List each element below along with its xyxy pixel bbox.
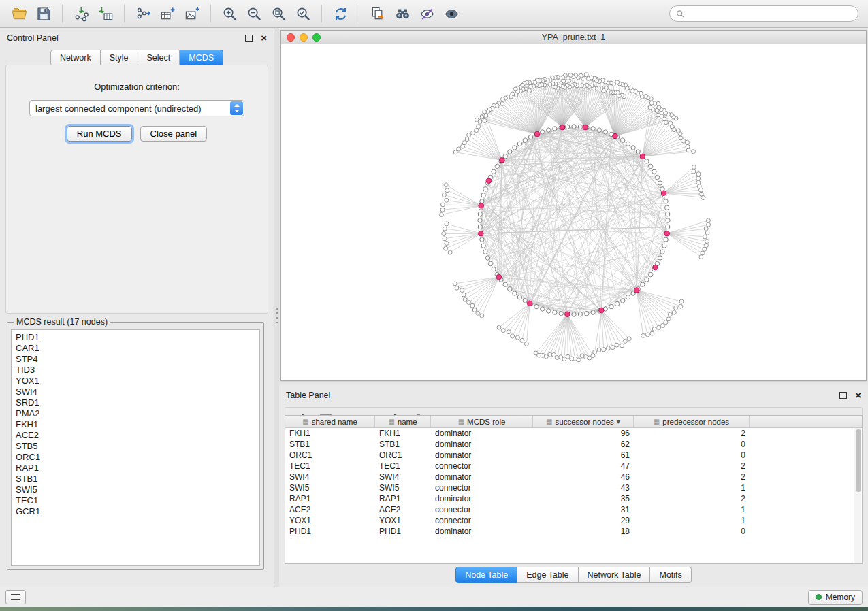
close-panel-button[interactable]: Close panel	[140, 126, 208, 142]
new-table-icon[interactable]	[155, 3, 180, 24]
cell-MCDS-role: dominator	[431, 527, 533, 536]
cell-name: TEC1	[375, 461, 431, 471]
cell-predecessor-nodes: 0	[634, 440, 750, 449]
mcds-result-item[interactable]: SWI5	[16, 484, 259, 495]
tab-node-table[interactable]: Node Table	[455, 567, 517, 583]
optimization-dropdown[interactable]: largest connected component (undirected)	[29, 100, 244, 116]
table-row[interactable]: PHD1PHD1dominator180	[285, 526, 854, 537]
cell-name: SWI5	[375, 483, 431, 493]
table-close-panel-icon[interactable]: ×	[855, 392, 861, 399]
cell-shared-name: PHD1	[285, 527, 375, 536]
table-body: FKH1FKH1dominator962STB1STB1dominator620…	[285, 428, 854, 563]
mcds-result-item[interactable]: STB1	[16, 474, 259, 484]
export-image-icon[interactable]	[180, 3, 204, 24]
table-row[interactable]: ORC1ORC1dominator610	[285, 450, 854, 461]
cell-name: STB1	[375, 440, 431, 449]
cell-successor-nodes: 62	[533, 440, 634, 449]
scrollbar-thumb[interactable]	[856, 429, 861, 492]
cell-successor-nodes: 35	[533, 494, 634, 503]
cell-shared-name: ACE2	[285, 505, 375, 514]
apply-style-icon[interactable]	[415, 3, 439, 24]
column-header-successor-nodes[interactable]: ▦successor nodes▾	[533, 416, 634, 427]
mcds-result-item[interactable]: SRD1	[16, 397, 259, 408]
tab-network[interactable]: Network	[50, 50, 101, 66]
vertical-splitter[interactable]	[274, 28, 279, 587]
zoom-in-icon[interactable]	[217, 3, 242, 24]
search-input[interactable]	[689, 8, 852, 19]
cell-successor-nodes: 46	[533, 472, 634, 482]
mcds-result-item[interactable]: STP4	[16, 354, 259, 365]
optimization-label: Optimization criterion:	[6, 82, 268, 92]
tab-motifs[interactable]: Motifs	[650, 567, 691, 583]
cell-MCDS-role: dominator	[431, 450, 533, 460]
mcds-result-item[interactable]: PMA2	[16, 408, 259, 419]
network-canvas[interactable]	[281, 45, 866, 380]
tab-style[interactable]: Style	[101, 50, 138, 66]
table-row[interactable]: STB1STB1dominator620	[285, 439, 854, 450]
cell-name: SWI4	[375, 472, 431, 482]
zoom-out-icon[interactable]	[242, 3, 266, 24]
table-row[interactable]: TEC1TEC1connector472	[285, 461, 854, 472]
tab-network-table[interactable]: Network Table	[579, 567, 651, 583]
close-panel-icon[interactable]: ×	[261, 35, 267, 42]
control-panel-title: Control Panel	[7, 33, 245, 43]
search-box[interactable]	[669, 5, 858, 22]
cell-predecessor-nodes: 0	[634, 450, 750, 460]
mcds-result-item[interactable]: FKH1	[16, 419, 259, 430]
refresh-icon[interactable]	[328, 3, 353, 24]
mcds-result-list[interactable]: PHD1CAR1STP4TID3YOX1SWI4SRD1PMA2FKH1ACE2…	[11, 329, 260, 566]
tab-edge-table[interactable]: Edge Table	[517, 567, 578, 583]
mcds-result-item[interactable]: PHD1	[16, 332, 259, 343]
mcds-result-item[interactable]: STB5	[16, 441, 259, 452]
tab-select[interactable]: Select	[138, 50, 180, 66]
table-row[interactable]: FKH1FKH1dominator962	[285, 428, 854, 439]
mcds-result-item[interactable]: RAP1	[16, 463, 259, 474]
network-graph[interactable]	[281, 45, 866, 380]
mcds-result-item[interactable]: CAR1	[16, 343, 259, 354]
table-row[interactable]: ACE2ACE2connector311	[285, 504, 854, 515]
show-graphics-details-icon[interactable]	[439, 3, 464, 24]
mcds-result-item[interactable]: SWI4	[16, 386, 259, 397]
cell-MCDS-role: connector	[431, 483, 533, 493]
column-header-predecessor-nodes[interactable]: ▦predecessor nodes	[634, 416, 750, 427]
float-panel-icon[interactable]	[245, 35, 253, 42]
column-header-shared-name[interactable]: ▦shared name	[285, 416, 375, 427]
desktop-wallpaper-edge	[0, 607, 868, 611]
column-header-MCDS-role[interactable]: ▦MCDS role	[431, 416, 533, 427]
network-title: YPA_prune.txt_1	[281, 33, 866, 42]
search-binoculars-icon[interactable]	[390, 3, 415, 24]
mcds-result-item[interactable]: TEC1	[16, 495, 259, 506]
run-mcds-button[interactable]: Run MCDS	[67, 126, 132, 142]
open-folder-icon[interactable]	[7, 3, 31, 24]
cell-predecessor-nodes: 0	[634, 527, 750, 536]
mcds-result-item[interactable]: TID3	[16, 365, 259, 376]
mcds-result-item[interactable]: ORC1	[16, 452, 259, 463]
save-icon[interactable]	[31, 3, 56, 24]
cell-shared-name: RAP1	[285, 494, 375, 503]
zoom-selected-icon[interactable]	[291, 3, 315, 24]
export-network-icon[interactable]	[131, 3, 155, 24]
table-scrollbar[interactable]	[854, 428, 861, 563]
import-network-icon[interactable]	[69, 3, 93, 24]
table-row[interactable]: SWI4SWI4dominator462	[285, 472, 854, 482]
column-label: MCDS role	[467, 418, 505, 426]
mcds-result-item[interactable]: YOX1	[16, 376, 259, 386]
mcds-result-item[interactable]: GCR1	[16, 506, 259, 517]
table-row[interactable]: YOX1YOX1connector291	[285, 515, 854, 526]
mcds-result-item[interactable]: ACE2	[16, 430, 259, 441]
table-row[interactable]: RAP1RAP1dominator352	[285, 493, 854, 504]
cell-successor-nodes: 96	[533, 429, 634, 438]
network-window: YPA_prune.txt_1	[280, 30, 867, 381]
import-table-icon[interactable]	[93, 3, 118, 24]
cell-successor-nodes: 31	[533, 505, 634, 514]
tab-mcds[interactable]: MCDS	[180, 50, 223, 66]
copy-document-icon[interactable]	[366, 3, 390, 24]
memory-button[interactable]: Memory	[808, 590, 863, 605]
right-area: YPA_prune.txt_1 Table Panel × f(x) ▦shar…	[279, 28, 868, 587]
task-history-button[interactable]	[5, 590, 26, 604]
mcds-result-groupbox: MCDS result (17 nodes) PHD1CAR1STP4TID3Y…	[7, 317, 264, 570]
table-row[interactable]: SWI5SWI5connector431	[285, 482, 854, 493]
zoom-fit-icon[interactable]	[266, 3, 291, 24]
table-float-panel-icon[interactable]	[839, 392, 847, 399]
column-header-name[interactable]: ▦name	[375, 416, 431, 427]
